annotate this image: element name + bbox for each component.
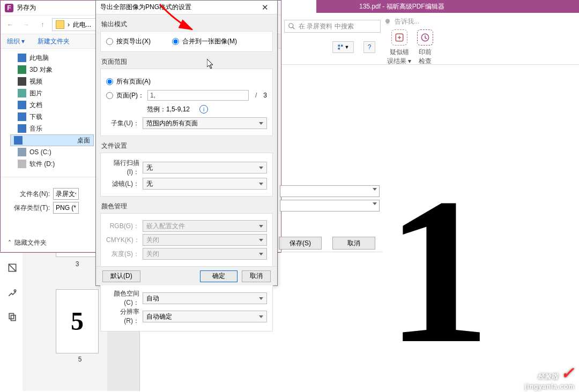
svg-rect-7 — [338, 45, 340, 47]
default-button[interactable]: 默认(D) — [102, 270, 140, 282]
gray-label: 灰度(S)： — [106, 250, 139, 259]
help-button[interactable]: ? — [363, 41, 375, 53]
filename-combo-ext[interactable] — [280, 185, 380, 197]
tool-icon-3[interactable] — [7, 312, 18, 322]
export-titlebar: 导出全部图像为PNG格式的设置 ✕ — [96, 1, 277, 14]
search-icon — [288, 22, 295, 30]
export-cancel-button[interactable]: 取消 — [242, 270, 271, 282]
chevron-down-icon — [259, 167, 263, 169]
nav-back-icon[interactable]: ← — [4, 18, 17, 31]
thumb-label-5: 5 — [56, 356, 104, 363]
ribbon-preflight[interactable]: 印前检查 — [417, 29, 433, 66]
watermark: 经验啦✓ jingyanla.com — [525, 365, 575, 390]
chevron-up-icon: ˄ — [8, 239, 11, 247]
filter-label: 滤镜(L)： — [106, 179, 139, 189]
radio-merge-one-image[interactable]: 合并到一张图像(M) — [172, 37, 237, 46]
tell-me-search[interactable]: 告诉我... — [384, 17, 419, 26]
svg-rect-8 — [341, 45, 343, 47]
colorspace-select[interactable]: 自动 — [143, 292, 267, 304]
section-page-range: 页面范围 — [100, 54, 273, 69]
address-text: 此电... — [73, 20, 91, 29]
preflight-icon — [420, 33, 430, 42]
thumb-label-3: 3 — [56, 260, 99, 268]
save-as-title-text: 另存为 — [17, 3, 36, 12]
view-mode-button[interactable]: ▼ — [332, 41, 354, 53]
filetype-select[interactable] — [53, 202, 79, 214]
rgb-label: RGB(G)： — [106, 222, 139, 231]
filename-input[interactable] — [53, 188, 79, 200]
cmyk-select: 关闭 — [143, 234, 267, 246]
ocr-error-icon — [391, 29, 407, 46]
ribbon-suspect-results[interactable]: 疑似错误结果 ▾ — [387, 29, 411, 66]
chevron-down-icon — [259, 253, 263, 255]
cmyk-label: CMYK(K)： — [106, 236, 139, 245]
thumb-page-5-wrap[interactable]: 5 5 — [56, 289, 104, 363]
tree-desktop[interactable]: 桌面 — [10, 134, 94, 146]
filename-label: 文件名(N): — [9, 190, 50, 199]
subset-label: 子集(U)： — [106, 119, 139, 128]
gray-select: 关闭 — [143, 248, 267, 260]
app-icon: F — [5, 4, 13, 12]
app-titlebar: 135.pdf - 福昕高级PDF编辑器 — [316, 0, 579, 13]
export-title-text: 导出全部图像为PNG格式的设置 — [100, 3, 191, 12]
svg-rect-5 — [11, 315, 16, 321]
section-color-mgmt: 颜色管理 — [100, 199, 273, 213]
svg-point-3 — [14, 290, 16, 291]
folder-icon — [56, 20, 64, 29]
filter-select[interactable]: 无 — [143, 178, 267, 190]
ok-button[interactable]: 确定 — [200, 270, 237, 282]
svg-point-6 — [289, 24, 293, 28]
chevron-down-icon — [259, 239, 263, 242]
save-as-search[interactable]: 在 录屏资料 中搜索 — [284, 20, 381, 33]
nav-up-icon[interactable]: ↑ — [36, 18, 49, 31]
thumb-page-5[interactable]: 5 — [56, 289, 99, 353]
ribbon-divider — [279, 64, 579, 65]
colorspace-label: 颜色空间(C)： — [106, 289, 139, 307]
interlace-select[interactable]: 无 — [143, 162, 267, 174]
nav-fwd-icon[interactable]: → — [20, 18, 33, 31]
tree-downloads[interactable]: 下载 — [10, 111, 94, 123]
tree-videos[interactable]: 视频 — [10, 76, 94, 87]
tree-drive-c[interactable]: OS (C:) — [10, 146, 94, 158]
chevron-down-icon — [259, 225, 263, 228]
pages-input[interactable] — [147, 90, 249, 101]
new-folder-button[interactable]: 新建文件夹 — [38, 37, 70, 46]
check-icon: ✓ — [561, 364, 575, 382]
chevron-down-icon — [259, 315, 263, 318]
folder-tree[interactable]: 此电脑 3D 对象 视频 图片 文档 下载 音乐 桌面 OS (C:) 软件 (… — [1, 49, 96, 177]
section-output-mode: 输出模式 — [100, 17, 273, 31]
organize-menu[interactable]: 组织 ▾ — [7, 37, 25, 46]
tree-images[interactable]: 图片 — [10, 87, 94, 99]
tree-docs[interactable]: 文档 — [10, 99, 94, 111]
resolution-select[interactable]: 自动确定 — [143, 311, 267, 322]
pdf-main-preview: 1 — [386, 166, 491, 375]
tree-music[interactable]: 音乐 — [10, 123, 94, 134]
left-tool-strip — [4, 262, 20, 322]
tree-this-pc[interactable]: 此电脑 — [10, 52, 94, 64]
filetype-combo-ext[interactable] — [280, 200, 380, 212]
page-total: 3 — [263, 92, 267, 99]
section-file-settings: 文件设置 — [100, 138, 273, 153]
tree-3d[interactable]: 3D 对象 — [10, 64, 94, 76]
page-total-sep: / — [252, 92, 260, 99]
tool-icon-1[interactable] — [7, 262, 18, 273]
pages-example-label: 范例：1,5-9,12 — [147, 105, 190, 114]
tool-icon-2[interactable] — [7, 287, 18, 298]
export-footer: 默认(D) 确定 取消 — [96, 266, 277, 285]
close-icon[interactable]: ✕ — [257, 3, 273, 12]
svg-rect-9 — [338, 48, 340, 50]
chevron-down-icon — [259, 122, 263, 125]
tree-drive-d[interactable]: 软件 (D:) — [10, 158, 94, 170]
saveas-cancel-button[interactable]: 取消 — [332, 237, 375, 250]
filetype-label: 保存类型(T): — [9, 203, 50, 213]
resolution-label: 分辨率(R)： — [106, 307, 139, 326]
radio-per-page[interactable]: 按页导出(X) — [106, 37, 151, 46]
subset-select[interactable]: 范围内的所有页面 — [143, 117, 267, 129]
save-button[interactable]: 保存(S) — [279, 237, 322, 250]
radio-specific-pages[interactable]: 页面(P)： — [106, 91, 144, 100]
info-icon[interactable]: i — [199, 105, 208, 114]
view-icon — [337, 44, 344, 50]
bulb-icon — [384, 18, 391, 26]
rgb-select: 嵌入配置文件 — [143, 220, 267, 232]
radio-all-pages[interactable]: 所有页面(A) — [106, 77, 151, 86]
